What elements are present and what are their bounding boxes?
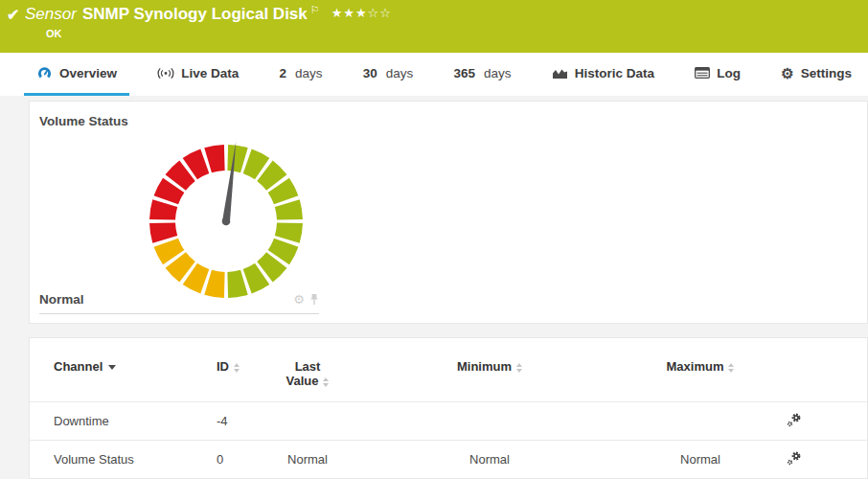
tab-historic-data-label: Historic Data [575, 66, 654, 80]
channel-minimum-cell: Normal [351, 441, 628, 479]
gauge-status-label: Normal [39, 292, 84, 307]
status-ok-check-icon: ✔ [7, 6, 19, 24]
channel-last-value-cell: Normal [264, 441, 351, 479]
channel-settings-gears-icon[interactable] [784, 449, 805, 467]
column-header-maximum-label: Maximum [667, 359, 724, 374]
channel-maximum-cell [628, 402, 772, 441]
gauge-settings-gear-icon[interactable]: ⚙ [293, 293, 305, 306]
channel-id-cell: -4 [217, 402, 264, 441]
column-header-last-label: Last [264, 359, 351, 374]
gauge-segment [275, 222, 303, 242]
tab-overview-label: Overview [59, 66, 117, 80]
gauge-segment [275, 199, 303, 219]
tab-live-data-label: Live Data [181, 66, 239, 80]
gauge-segment [204, 145, 224, 172]
channel-table-panel: Channel ID Last Value Minimum Maximum [29, 337, 868, 479]
column-header-last-value[interactable]: Last Value [264, 338, 351, 402]
gauge-icon [36, 66, 53, 80]
column-header-value-label: Value [286, 374, 319, 388]
column-header-channel[interactable]: Channel [30, 338, 217, 402]
tab-overview[interactable]: Overview [24, 53, 129, 96]
column-header-minimum-label: Minimum [457, 359, 512, 374]
tab-settings-label: Settings [801, 66, 852, 80]
column-header-maximum[interactable]: Maximum [628, 338, 772, 402]
tab-30-days-unit: days [386, 66, 414, 80]
channel-settings-gears-icon[interactable] [784, 411, 805, 428]
tab-live-data[interactable]: Live Data [145, 53, 251, 96]
gauge-footer-divider [39, 313, 319, 314]
sensor-status-text: OK [46, 28, 62, 39]
gauge-footer: Normal ⚙ [39, 292, 319, 307]
sort-toggle-icon [323, 377, 329, 387]
tab-30-days-number: 30 [363, 66, 377, 80]
sort-desc-caret-icon [108, 365, 116, 370]
channel-maximum-cell: Normal [628, 441, 772, 479]
sensor-type-label: Sensor [25, 5, 77, 23]
priority-flag-icon[interactable]: ⚐ [310, 4, 320, 15]
gear-icon: ⚙ [781, 66, 793, 80]
channel-row-downtime[interactable]: Downtime -4 [30, 402, 868, 441]
tab-2-days-number: 2 [279, 66, 286, 80]
channel-last-value-cell [264, 402, 351, 441]
area-chart-icon [552, 67, 568, 80]
tab-2-days[interactable]: 2 days [266, 53, 334, 96]
volume-status-gauge [145, 140, 308, 303]
volume-status-gauge-panel: Volume Status Normal ⚙ [29, 101, 868, 324]
tab-365-days-number: 365 [454, 66, 476, 80]
sensor-status-header: ✔ SensorSNMP Synology Logical Disk⚐★★★☆☆… [0, 0, 868, 53]
sensor-tabbar: Overview Live Data 2 days 30 days 365 da… [0, 53, 868, 96]
gauge-needle-hub [222, 217, 231, 226]
log-list-icon [695, 67, 710, 79]
channel-minimum-cell [351, 402, 628, 441]
gauge-panel-title: Volume Status [39, 114, 128, 128]
sort-toggle-icon [728, 363, 734, 373]
gauge-segment [149, 199, 177, 219]
channel-id-cell: 0 [217, 441, 264, 479]
gauge-segment [227, 145, 247, 172]
tab-historic-data[interactable]: Historic Data [539, 53, 667, 96]
column-header-id[interactable]: ID [217, 338, 264, 402]
column-header-channel-label: Channel [54, 359, 103, 374]
channel-name-cell[interactable]: Downtime [30, 402, 217, 441]
tab-log[interactable]: Log [682, 53, 753, 96]
tab-settings[interactable]: ⚙ Settings [768, 53, 864, 96]
column-header-minimum[interactable]: Minimum [351, 338, 628, 402]
column-header-id-label: ID [217, 359, 229, 374]
tab-2-days-unit: days [295, 66, 323, 80]
channel-row-volume-status[interactable]: Volume Status 0 Normal Normal Normal [30, 441, 868, 479]
channel-table: Channel ID Last Value Minimum Maximum [30, 338, 868, 478]
pin-icon[interactable] [309, 293, 319, 306]
channel-table-header-row: Channel ID Last Value Minimum Maximum [30, 338, 868, 402]
tab-365-days[interactable]: 365 days [442, 53, 524, 96]
gauge-segment [149, 222, 177, 242]
tab-log-label: Log [717, 66, 741, 80]
sort-toggle-icon [516, 363, 522, 373]
priority-stars[interactable]: ★★★☆☆ [331, 6, 392, 20]
sensor-name[interactable]: SNMP Synology Logical Disk [82, 5, 308, 23]
channel-name-cell[interactable]: Volume Status [30, 441, 217, 479]
live-signal-icon [157, 67, 174, 80]
tab-365-days-unit: days [484, 66, 512, 80]
sensor-title-row: SensorSNMP Synology Logical Disk⚐★★★☆☆ [25, 5, 392, 24]
sort-toggle-icon [234, 363, 240, 373]
tab-30-days[interactable]: 30 days [351, 53, 426, 96]
